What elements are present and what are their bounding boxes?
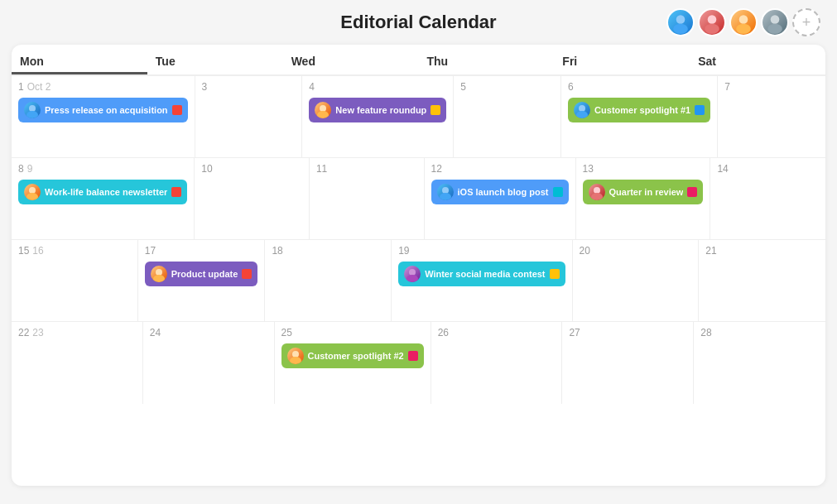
header-wed: Wed xyxy=(283,45,419,74)
event-avatar-6 xyxy=(589,184,605,200)
cell-21: 21 xyxy=(699,240,825,321)
cell-13: 13 Quarter in review xyxy=(576,158,711,239)
svg-point-11 xyxy=(317,111,329,118)
event-tag-2 xyxy=(431,105,440,115)
event-spotlight-2[interactable]: Customer spotlight #2 xyxy=(281,343,424,368)
header-sat: Sat xyxy=(690,45,825,74)
cell-oct2: 1 Oct 2 Press release on acquisition xyxy=(12,76,195,157)
event-newsletter[interactable]: Work-life balance newsletter xyxy=(18,180,187,204)
event-avatar-7 xyxy=(151,266,167,282)
cell-23: 22 23 xyxy=(12,322,143,404)
avatar-2[interactable] xyxy=(698,8,726,36)
event-label-2: New feature roundup xyxy=(335,105,426,115)
svg-point-24 xyxy=(292,351,299,358)
date-10: 10 xyxy=(201,163,212,175)
svg-point-16 xyxy=(442,187,449,194)
page-wrapper: Editorial Calendar + Mon Tue Wed Thu Fri… xyxy=(0,0,837,504)
cell-20: 20 xyxy=(573,240,700,321)
cell-26: 26 xyxy=(431,322,563,404)
event-tag-5 xyxy=(553,187,563,197)
header-mon: Mon xyxy=(12,45,147,74)
svg-point-10 xyxy=(320,105,326,112)
week-num-15: 15 xyxy=(18,245,29,257)
event-label-4: Work-life balance newsletter xyxy=(45,187,167,197)
date-12: 12 xyxy=(431,163,442,175)
event-avatar-8 xyxy=(404,266,421,282)
avatar-4[interactable] xyxy=(761,8,789,36)
event-product-update[interactable]: Product update xyxy=(145,262,258,286)
event-tag-3 xyxy=(695,105,705,115)
date-26: 26 xyxy=(438,327,449,338)
date-21: 21 xyxy=(705,245,716,257)
event-label-8: Winter social media contest xyxy=(425,269,545,279)
week-3: 15 16 17 Product update 18 xyxy=(12,240,825,322)
event-tag-6 xyxy=(687,187,697,197)
event-feature-roundup[interactable]: New feature roundup xyxy=(309,98,446,122)
svg-point-17 xyxy=(440,193,451,200)
header-thu: Thu xyxy=(418,45,554,74)
date-23: 23 xyxy=(32,327,43,338)
event-tag-1 xyxy=(172,105,182,115)
date-11: 11 xyxy=(316,163,327,175)
cell-6: 6 Customer spotlight #1 xyxy=(561,76,718,157)
event-spotlight-1[interactable]: Customer spotlight #1 xyxy=(568,98,710,122)
svg-point-4 xyxy=(739,15,748,24)
date-5: 5 xyxy=(460,81,466,93)
date-25: 25 xyxy=(281,327,292,338)
date-4: 4 xyxy=(309,81,315,93)
svg-point-14 xyxy=(29,187,36,194)
event-ios-launch[interactable]: iOS launch blog post xyxy=(431,180,569,204)
event-label-5: iOS launch blog post xyxy=(458,187,549,197)
svg-point-3 xyxy=(705,24,719,34)
date-17: 17 xyxy=(145,245,156,257)
svg-point-22 xyxy=(409,269,416,276)
cell-19: 19 Winter social media contest xyxy=(392,240,572,321)
header-tue: Tue xyxy=(147,45,283,74)
date-27: 27 xyxy=(569,327,580,338)
week-2: 8 9 Work-life balance newsletter 10 xyxy=(12,158,825,240)
calendar: Mon Tue Wed Thu Fri Sat 1 Oct 2 xyxy=(12,45,825,486)
cell-10: 10 xyxy=(195,158,310,239)
date-9: 9 xyxy=(27,163,33,175)
svg-point-19 xyxy=(591,193,603,200)
event-label-9: Customer spotlight #2 xyxy=(308,351,404,361)
event-avatar-1 xyxy=(24,102,41,118)
svg-point-12 xyxy=(579,105,585,112)
event-avatar-5 xyxy=(437,184,454,200)
event-label-7: Product update xyxy=(171,269,238,279)
svg-point-8 xyxy=(29,105,36,112)
event-quarter-review[interactable]: Quarter in review xyxy=(583,180,704,204)
event-social-media[interactable]: Winter social media contest xyxy=(398,262,565,286)
event-avatar-9 xyxy=(287,348,304,364)
event-press-release[interactable]: Press release on acquisition xyxy=(18,98,188,122)
avatar-1[interactable] xyxy=(666,8,695,36)
cell-11: 11 xyxy=(310,158,425,239)
cell-4: 4 New feature roundup xyxy=(302,76,454,157)
event-tag-9 xyxy=(408,351,418,361)
event-avatar-2 xyxy=(315,102,331,118)
svg-point-15 xyxy=(26,193,38,200)
header-fri: Fri xyxy=(554,45,690,74)
week-1: 1 Oct 2 Press release on acquisition 3 xyxy=(12,76,825,158)
cell-28: 28 xyxy=(694,322,825,404)
svg-point-25 xyxy=(290,357,301,364)
cell-3: 3 xyxy=(195,76,303,157)
week-num-8: 8 xyxy=(18,163,24,175)
svg-point-5 xyxy=(736,24,751,34)
cell-16: 15 16 xyxy=(12,240,138,321)
svg-point-0 xyxy=(676,15,685,24)
cell-9: 8 9 Work-life balance newsletter xyxy=(12,158,195,239)
date-18: 18 xyxy=(272,245,282,257)
event-label-1: Press release on acquisition xyxy=(45,105,168,115)
add-avatar-button[interactable]: + xyxy=(792,8,820,36)
avatar-3[interactable] xyxy=(729,8,758,36)
cell-27: 27 xyxy=(562,322,694,404)
cell-5: 5 xyxy=(454,76,561,157)
event-tag-8 xyxy=(550,269,560,279)
week-num-22: 22 xyxy=(18,327,29,338)
cell-25: 25 Customer spotlight #2 xyxy=(275,322,431,404)
date-19: 19 xyxy=(398,245,409,257)
week-4: 22 23 24 25 Customer spotlight #2 xyxy=(12,322,825,404)
date-14: 14 xyxy=(717,163,728,175)
cell-24: 24 xyxy=(143,322,275,404)
